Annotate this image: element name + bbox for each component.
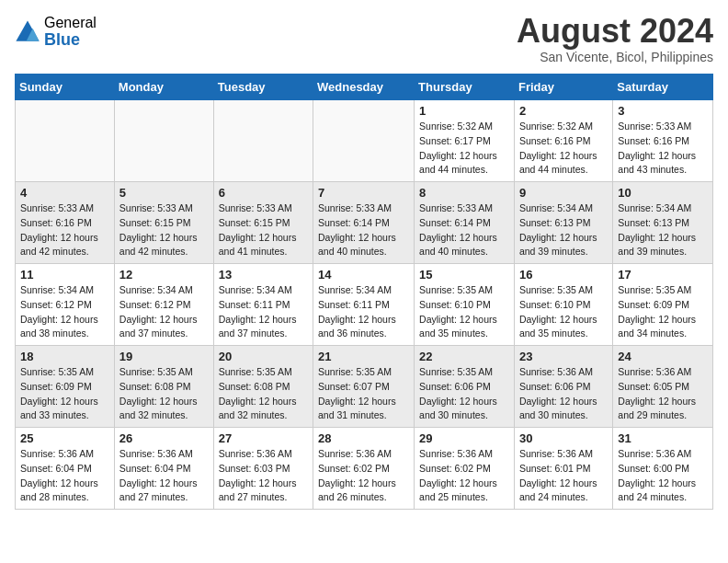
calendar-header-row: SundayMondayTuesdayWednesdayThursdayFrid… <box>16 75 713 100</box>
calendar-cell <box>114 100 213 182</box>
calendar-cell: 31Sunrise: 5:36 AM Sunset: 6:00 PM Dayli… <box>613 428 713 510</box>
calendar-cell: 30Sunrise: 5:36 AM Sunset: 6:01 PM Dayli… <box>514 428 612 510</box>
calendar-cell: 3Sunrise: 5:33 AM Sunset: 6:16 PM Daylig… <box>613 100 713 182</box>
calendar-week-row: 25Sunrise: 5:36 AM Sunset: 6:04 PM Dayli… <box>16 428 713 510</box>
calendar-cell: 5Sunrise: 5:33 AM Sunset: 6:15 PM Daylig… <box>114 182 213 264</box>
day-info: Sunrise: 5:36 AM Sunset: 6:01 PM Dayligh… <box>519 447 608 505</box>
day-info: Sunrise: 5:33 AM Sunset: 6:16 PM Dayligh… <box>618 120 708 178</box>
calendar-cell: 9Sunrise: 5:34 AM Sunset: 6:13 PM Daylig… <box>514 182 612 264</box>
calendar-cell: 23Sunrise: 5:36 AM Sunset: 6:06 PM Dayli… <box>514 346 612 428</box>
weekday-header-sunday: Sunday <box>16 75 115 100</box>
day-info: Sunrise: 5:36 AM Sunset: 6:00 PM Dayligh… <box>618 447 708 505</box>
day-number: 19 <box>119 350 209 363</box>
day-number: 25 <box>20 431 109 445</box>
calendar-cell: 21Sunrise: 5:35 AM Sunset: 6:07 PM Dayli… <box>313 346 415 428</box>
calendar-week-row: 1Sunrise: 5:32 AM Sunset: 6:17 PM Daylig… <box>16 100 713 182</box>
day-info: Sunrise: 5:36 AM Sunset: 6:05 PM Dayligh… <box>618 365 708 423</box>
calendar-cell: 10Sunrise: 5:34 AM Sunset: 6:13 PM Dayli… <box>613 182 713 264</box>
day-info: Sunrise: 5:34 AM Sunset: 6:13 PM Dayligh… <box>519 201 608 259</box>
calendar-cell: 19Sunrise: 5:35 AM Sunset: 6:08 PM Dayli… <box>114 346 213 428</box>
title-block: August 2024 San Vicente, Bicol, Philippi… <box>517 15 713 64</box>
calendar-cell: 25Sunrise: 5:36 AM Sunset: 6:04 PM Dayli… <box>16 428 115 510</box>
day-number: 23 <box>519 350 608 363</box>
day-number: 27 <box>219 431 308 445</box>
calendar-cell: 6Sunrise: 5:33 AM Sunset: 6:15 PM Daylig… <box>213 182 313 264</box>
weekday-header-thursday: Thursday <box>415 75 515 100</box>
day-number: 28 <box>318 431 409 445</box>
day-number: 16 <box>519 268 608 282</box>
day-info: Sunrise: 5:33 AM Sunset: 6:14 PM Dayligh… <box>419 201 509 259</box>
logo-blue: Blue <box>44 31 97 50</box>
calendar-cell <box>213 100 313 182</box>
day-info: Sunrise: 5:33 AM Sunset: 6:15 PM Dayligh… <box>219 201 308 259</box>
day-number: 3 <box>618 104 708 118</box>
day-number: 12 <box>119 268 209 282</box>
calendar-cell: 12Sunrise: 5:34 AM Sunset: 6:12 PM Dayli… <box>114 264 213 346</box>
weekday-header-friday: Friday <box>514 75 612 100</box>
calendar-cell: 27Sunrise: 5:36 AM Sunset: 6:03 PM Dayli… <box>213 428 313 510</box>
calendar-cell: 7Sunrise: 5:33 AM Sunset: 6:14 PM Daylig… <box>313 182 415 264</box>
day-info: Sunrise: 5:35 AM Sunset: 6:10 PM Dayligh… <box>419 283 509 341</box>
calendar-cell <box>313 100 415 182</box>
calendar-cell: 8Sunrise: 5:33 AM Sunset: 6:14 PM Daylig… <box>415 182 515 264</box>
day-number: 29 <box>419 431 509 445</box>
calendar-cell: 2Sunrise: 5:32 AM Sunset: 6:16 PM Daylig… <box>514 100 612 182</box>
calendar-cell: 28Sunrise: 5:36 AM Sunset: 6:02 PM Dayli… <box>313 428 415 510</box>
day-number: 31 <box>618 431 708 445</box>
day-info: Sunrise: 5:34 AM Sunset: 6:12 PM Dayligh… <box>119 283 209 341</box>
page-header: General Blue August 2024 San Vicente, Bi… <box>15 15 713 64</box>
day-number: 14 <box>318 268 409 282</box>
day-number: 30 <box>519 431 608 445</box>
weekday-header-monday: Monday <box>114 75 213 100</box>
day-number: 26 <box>119 431 209 445</box>
day-number: 22 <box>419 350 509 363</box>
calendar-cell: 4Sunrise: 5:33 AM Sunset: 6:16 PM Daylig… <box>16 182 115 264</box>
calendar-cell: 17Sunrise: 5:35 AM Sunset: 6:09 PM Dayli… <box>613 264 713 346</box>
day-info: Sunrise: 5:34 AM Sunset: 6:11 PM Dayligh… <box>318 283 409 341</box>
day-info: Sunrise: 5:33 AM Sunset: 6:14 PM Dayligh… <box>318 201 409 259</box>
day-number: 18 <box>20 350 109 363</box>
day-info: Sunrise: 5:32 AM Sunset: 6:16 PM Dayligh… <box>519 120 608 178</box>
calendar-cell: 15Sunrise: 5:35 AM Sunset: 6:10 PM Dayli… <box>415 264 515 346</box>
day-info: Sunrise: 5:35 AM Sunset: 6:07 PM Dayligh… <box>318 365 409 423</box>
calendar-cell: 24Sunrise: 5:36 AM Sunset: 6:05 PM Dayli… <box>613 346 713 428</box>
weekday-header-tuesday: Tuesday <box>213 75 313 100</box>
day-number: 7 <box>318 186 409 200</box>
calendar-cell: 16Sunrise: 5:35 AM Sunset: 6:10 PM Dayli… <box>514 264 612 346</box>
logo: General Blue <box>15 15 97 49</box>
day-number: 20 <box>219 350 308 363</box>
day-number: 1 <box>419 104 509 118</box>
day-number: 4 <box>20 186 109 200</box>
logo-icon <box>15 19 40 45</box>
calendar-cell: 29Sunrise: 5:36 AM Sunset: 6:02 PM Dayli… <box>415 428 515 510</box>
day-info: Sunrise: 5:33 AM Sunset: 6:15 PM Dayligh… <box>119 201 209 259</box>
calendar-cell: 26Sunrise: 5:36 AM Sunset: 6:04 PM Dayli… <box>114 428 213 510</box>
calendar-week-row: 18Sunrise: 5:35 AM Sunset: 6:09 PM Dayli… <box>16 346 713 428</box>
day-info: Sunrise: 5:35 AM Sunset: 6:09 PM Dayligh… <box>20 365 109 423</box>
day-info: Sunrise: 5:33 AM Sunset: 6:16 PM Dayligh… <box>20 201 109 259</box>
day-number: 24 <box>618 350 708 363</box>
location: San Vicente, Bicol, Philippines <box>517 50 713 64</box>
day-info: Sunrise: 5:36 AM Sunset: 6:04 PM Dayligh… <box>119 447 209 505</box>
calendar-week-row: 4Sunrise: 5:33 AM Sunset: 6:16 PM Daylig… <box>16 182 713 264</box>
logo-text: General Blue <box>44 15 97 49</box>
calendar-cell: 13Sunrise: 5:34 AM Sunset: 6:11 PM Dayli… <box>213 264 313 346</box>
day-number: 2 <box>519 104 608 118</box>
day-number: 10 <box>618 186 708 200</box>
weekday-header-wednesday: Wednesday <box>313 75 415 100</box>
day-info: Sunrise: 5:36 AM Sunset: 6:04 PM Dayligh… <box>20 447 109 505</box>
day-info: Sunrise: 5:35 AM Sunset: 6:08 PM Dayligh… <box>219 365 308 423</box>
day-info: Sunrise: 5:36 AM Sunset: 6:06 PM Dayligh… <box>519 365 608 423</box>
calendar-cell: 22Sunrise: 5:35 AM Sunset: 6:06 PM Dayli… <box>415 346 515 428</box>
calendar-cell: 1Sunrise: 5:32 AM Sunset: 6:17 PM Daylig… <box>415 100 515 182</box>
day-info: Sunrise: 5:35 AM Sunset: 6:08 PM Dayligh… <box>119 365 209 423</box>
calendar-cell: 14Sunrise: 5:34 AM Sunset: 6:11 PM Dayli… <box>313 264 415 346</box>
day-info: Sunrise: 5:35 AM Sunset: 6:10 PM Dayligh… <box>519 283 608 341</box>
calendar-cell: 20Sunrise: 5:35 AM Sunset: 6:08 PM Dayli… <box>213 346 313 428</box>
calendar-table: SundayMondayTuesdayWednesdayThursdayFrid… <box>15 74 713 510</box>
day-number: 13 <box>219 268 308 282</box>
day-info: Sunrise: 5:36 AM Sunset: 6:02 PM Dayligh… <box>318 447 409 505</box>
day-info: Sunrise: 5:36 AM Sunset: 6:02 PM Dayligh… <box>419 447 509 505</box>
day-info: Sunrise: 5:32 AM Sunset: 6:17 PM Dayligh… <box>419 120 509 178</box>
day-number: 15 <box>419 268 509 282</box>
